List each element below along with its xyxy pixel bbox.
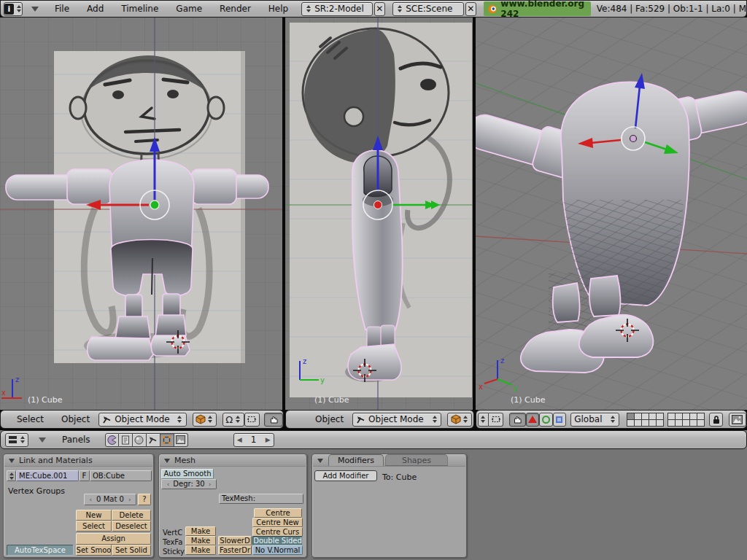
transform-orientation-dropdown[interactable]: Global: [570, 413, 619, 427]
screen-selector[interactable]: SR:2-Model: [301, 2, 372, 16]
translate-manipulator-button[interactable]: [526, 413, 540, 427]
viewport-perspective[interactable]: z x y (1) Cube: [476, 18, 747, 410]
draw-type-dropdown[interactable]: [447, 413, 472, 427]
tab-shapes[interactable]: Shapes: [385, 454, 448, 466]
panel-collapse-icon[interactable]: [9, 459, 15, 463]
double-sided-toggle[interactable]: Double Sided: [252, 536, 303, 545]
vgroup-assign-button[interactable]: Assign: [76, 533, 151, 545]
active-object-label: (1) Cube: [28, 395, 63, 405]
logic-context-button[interactable]: [105, 433, 119, 447]
vgroup-select-button[interactable]: Select: [76, 521, 112, 532]
menu-object[interactable]: Object: [306, 414, 352, 424]
script-icon: [121, 435, 130, 445]
shading-context-button[interactable]: [133, 433, 147, 447]
blender-window: i File Add Timeline Game Render Help SR:…: [0, 0, 747, 560]
view-pan-button[interactable]: [264, 413, 283, 427]
svg-text:z: z: [15, 376, 19, 384]
dashed-rect-arrows-icon: [247, 414, 257, 424]
collapse-menus-icon[interactable]: [31, 7, 39, 12]
texmesh-field[interactable]: TexMesh:: [219, 494, 303, 504]
manipulator-toggle-button[interactable]: [489, 413, 503, 427]
panel-header[interactable]: Mesh: [160, 455, 306, 467]
no-vnormal-flip-toggle[interactable]: No V.Normal: [252, 545, 303, 555]
scale-manipulator-button[interactable]: [553, 413, 567, 427]
panel-collapse-icon[interactable]: [164, 459, 170, 463]
auto-smooth-toggle[interactable]: Auto Smooth: [161, 469, 214, 479]
lock-layers-button[interactable]: [709, 413, 723, 427]
link-and-materials-panel: Link and Materials ME:Cube.001 F OB:Cube…: [3, 454, 154, 558]
layer-buttons-left[interactable]: [627, 413, 664, 427]
panel-collapse-icon[interactable]: [317, 459, 323, 463]
vgroup-deselect-button[interactable]: Deselect: [112, 521, 151, 532]
active-object-label: (1) Cube: [511, 395, 546, 405]
website-link[interactable]: www.blender.org 242: [484, 1, 591, 16]
viewport-front-canvas[interactable]: z x (1) Cube: [0, 18, 284, 410]
stepper-icon: [15, 4, 22, 14]
vertc-label: VertC: [163, 529, 182, 537]
buttons-window-icon: [8, 435, 18, 444]
screen-close-icon[interactable]: ✕: [374, 2, 386, 16]
lock-icon: [712, 415, 721, 424]
set-smooth-button[interactable]: Set Smoo: [76, 545, 112, 556]
material-index-stepper[interactable]: ‹ 0 Mat 0 ›: [84, 494, 136, 505]
object-context-button[interactable]: [147, 433, 160, 447]
svg-text:z: z: [303, 357, 306, 365]
faster-draw-button[interactable]: FasterDr: [218, 545, 252, 555]
manipulator-toggle-button[interactable]: [244, 413, 260, 427]
mode-dropdown[interactable]: Object Mode: [352, 413, 441, 427]
menu-timeline[interactable]: Timeline: [112, 4, 167, 14]
menu-render[interactable]: Render: [211, 4, 260, 14]
vgroup-new-button[interactable]: New: [76, 510, 112, 521]
menu-select[interactable]: Select: [8, 414, 53, 424]
editing-context-button[interactable]: [160, 433, 174, 447]
tab-modifiers[interactable]: Modifiers: [328, 454, 384, 466]
degr-stepper[interactable]: ‹ Degr: 30 ›: [161, 479, 217, 489]
autotexspace-toggle[interactable]: AutoTexSpace: [7, 545, 74, 556]
render-preview-button[interactable]: [729, 413, 746, 427]
menu-object[interactable]: Object: [53, 414, 98, 424]
set-solid-button[interactable]: Set Solid: [112, 545, 151, 556]
viewport-front[interactable]: z x (1) Cube: [0, 18, 284, 410]
menu-add[interactable]: Add: [78, 4, 112, 14]
centre-button[interactable]: Centre: [254, 508, 302, 518]
viewport-side-canvas[interactable]: z y (1) Cube: [285, 18, 474, 410]
frame-increment-icon[interactable]: ▶: [266, 436, 271, 443]
sticky-make-button[interactable]: Make: [185, 545, 216, 555]
layer-buttons-right[interactable]: [667, 413, 705, 427]
scene-selector[interactable]: SCE:Scene: [392, 2, 463, 16]
menu-game[interactable]: Game: [167, 4, 211, 14]
material-help-button[interactable]: ?: [138, 494, 151, 505]
window-type-button[interactable]: i: [4, 2, 23, 16]
stepper-icon: [234, 415, 241, 424]
rotate-manipulator-button[interactable]: [539, 413, 553, 427]
script-context-button[interactable]: [119, 433, 133, 447]
frame-number-stepper[interactable]: ◀ 1 ▶: [233, 433, 274, 447]
menu-file[interactable]: File: [46, 4, 78, 14]
scene-close-icon[interactable]: ✕: [465, 2, 477, 16]
viewport-side[interactable]: z y (1) Cube: [285, 18, 474, 410]
object-name-field[interactable]: OB:Cube: [90, 470, 152, 481]
texfa-make-button[interactable]: Make: [185, 536, 216, 545]
window-type-button[interactable]: [5, 433, 28, 447]
pivot-point-dropdown[interactable]: Ω: [222, 413, 244, 427]
mesh-browse-button[interactable]: [7, 470, 16, 481]
mode-dropdown[interactable]: Object Mode: [98, 413, 186, 427]
vertc-make-button[interactable]: Make: [185, 526, 216, 536]
view-pan-button[interactable]: [509, 413, 525, 427]
slower-draw-button[interactable]: SlowerD: [218, 536, 252, 545]
add-modifier-button[interactable]: Add Modifier: [314, 470, 377, 481]
panel-header[interactable]: Link and Materials: [4, 455, 152, 467]
fake-user-button[interactable]: F: [79, 470, 90, 481]
draw-type-dropdown[interactable]: [193, 413, 217, 427]
frame-decrement-icon[interactable]: ◀: [237, 436, 242, 443]
viewport-perspective-canvas[interactable]: z x y (1) Cube: [476, 18, 747, 410]
stepper-button[interactable]: [478, 413, 489, 427]
centre-new-button[interactable]: Centre New: [252, 518, 303, 527]
vgroup-delete-button[interactable]: Delete: [112, 510, 151, 521]
mesh-name-field[interactable]: ME:Cube.001: [16, 470, 79, 481]
buttons-window-header: Panels: [0, 430, 747, 449]
collapse-panels-icon[interactable]: [39, 438, 46, 443]
scene-context-button[interactable]: [174, 433, 188, 447]
menu-help[interactable]: Help: [260, 4, 297, 14]
frame-number-value: 1: [251, 435, 257, 445]
